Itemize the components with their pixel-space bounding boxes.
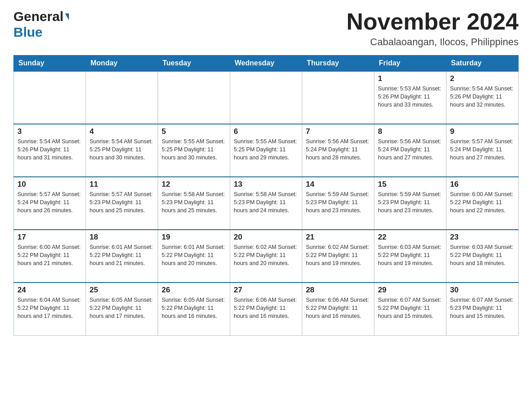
day-number: 14 [306, 180, 370, 189]
calendar-cell: 14Sunrise: 5:59 AM Sunset: 5:23 PM Dayli… [302, 177, 374, 230]
calendar-cell: 30Sunrise: 6:07 AM Sunset: 5:23 PM Dayli… [446, 283, 519, 335]
calendar-cell: 29Sunrise: 6:07 AM Sunset: 5:22 PM Dayli… [374, 283, 446, 335]
day-number: 23 [450, 233, 515, 242]
calendar-cell [230, 71, 302, 124]
weekday-header-saturday: Saturday [446, 56, 519, 72]
day-number: 11 [90, 180, 154, 189]
calendar-cell: 28Sunrise: 6:06 AM Sunset: 5:22 PM Dayli… [302, 283, 374, 335]
calendar-cell: 7Sunrise: 5:56 AM Sunset: 5:24 PM Daylig… [302, 124, 374, 177]
day-info: Sunrise: 5:55 AM Sunset: 5:25 PM Dayligh… [234, 137, 298, 162]
day-info: Sunrise: 5:53 AM Sunset: 5:26 PM Dayligh… [378, 85, 442, 109]
day-info: Sunrise: 6:01 AM Sunset: 5:22 PM Dayligh… [162, 243, 226, 267]
calendar-cell [86, 71, 158, 124]
day-info: Sunrise: 6:01 AM Sunset: 5:22 PM Dayligh… [90, 243, 154, 267]
day-info: Sunrise: 5:59 AM Sunset: 5:23 PM Dayligh… [378, 190, 442, 214]
day-info: Sunrise: 5:54 AM Sunset: 5:26 PM Dayligh… [17, 137, 82, 162]
day-info: Sunrise: 5:57 AM Sunset: 5:24 PM Dayligh… [17, 190, 82, 214]
calendar-cell: 23Sunrise: 6:03 AM Sunset: 5:22 PM Dayli… [446, 230, 519, 283]
day-number: 4 [90, 127, 154, 136]
calendar-cell: 20Sunrise: 6:02 AM Sunset: 5:22 PM Dayli… [230, 230, 302, 283]
weekday-header-wednesday: Wednesday [230, 56, 302, 72]
day-number: 2 [450, 74, 515, 83]
logo-general-text: General [13, 9, 64, 25]
calendar-cell: 13Sunrise: 5:58 AM Sunset: 5:23 PM Dayli… [230, 177, 302, 230]
title-area: November 2024 Cabalaoangan, Ilocos, Phil… [347, 9, 519, 48]
logo: General Blue [13, 9, 69, 40]
day-info: Sunrise: 5:57 AM Sunset: 5:23 PM Dayligh… [90, 190, 154, 214]
day-info: Sunrise: 5:58 AM Sunset: 5:23 PM Dayligh… [234, 190, 298, 214]
day-number: 10 [17, 180, 82, 189]
day-info: Sunrise: 6:07 AM Sunset: 5:23 PM Dayligh… [450, 296, 515, 320]
calendar-week-4: 17Sunrise: 6:00 AM Sunset: 5:22 PM Dayli… [14, 230, 519, 283]
day-number: 3 [17, 127, 82, 136]
location-text: Cabalaoangan, Ilocos, Philippines [347, 36, 519, 48]
calendar-cell: 17Sunrise: 6:00 AM Sunset: 5:22 PM Dayli… [14, 230, 86, 283]
day-info: Sunrise: 5:56 AM Sunset: 5:24 PM Dayligh… [306, 137, 370, 162]
month-title: November 2024 [347, 9, 519, 34]
calendar-cell: 1Sunrise: 5:53 AM Sunset: 5:26 PM Daylig… [374, 71, 446, 124]
day-info: Sunrise: 6:06 AM Sunset: 5:22 PM Dayligh… [306, 296, 370, 320]
calendar-week-3: 10Sunrise: 5:57 AM Sunset: 5:24 PM Dayli… [14, 177, 519, 230]
day-info: Sunrise: 6:04 AM Sunset: 5:22 PM Dayligh… [17, 296, 82, 320]
day-info: Sunrise: 5:56 AM Sunset: 5:24 PM Dayligh… [378, 137, 442, 162]
weekday-header-sunday: Sunday [14, 56, 86, 72]
day-number: 6 [234, 127, 298, 136]
logo-blue-text: Blue [13, 25, 43, 40]
day-info: Sunrise: 5:54 AM Sunset: 5:25 PM Dayligh… [90, 137, 154, 162]
calendar-cell: 26Sunrise: 6:05 AM Sunset: 5:22 PM Dayli… [158, 283, 230, 335]
day-info: Sunrise: 5:54 AM Sunset: 5:26 PM Dayligh… [450, 85, 515, 109]
calendar-cell: 9Sunrise: 5:57 AM Sunset: 5:24 PM Daylig… [446, 124, 519, 177]
day-info: Sunrise: 6:02 AM Sunset: 5:22 PM Dayligh… [234, 243, 298, 267]
day-number: 26 [162, 286, 226, 295]
day-number: 28 [306, 286, 370, 295]
calendar-cell: 10Sunrise: 5:57 AM Sunset: 5:24 PM Dayli… [14, 177, 86, 230]
day-info: Sunrise: 6:05 AM Sunset: 5:22 PM Dayligh… [90, 296, 154, 320]
day-number: 1 [378, 74, 442, 83]
day-info: Sunrise: 6:03 AM Sunset: 5:22 PM Dayligh… [378, 243, 442, 267]
day-info: Sunrise: 6:00 AM Sunset: 5:22 PM Dayligh… [450, 190, 515, 214]
day-number: 27 [234, 286, 298, 295]
day-number: 15 [378, 180, 442, 189]
calendar-week-5: 24Sunrise: 6:04 AM Sunset: 5:22 PM Dayli… [14, 283, 519, 335]
calendar-week-1: 1Sunrise: 5:53 AM Sunset: 5:26 PM Daylig… [14, 71, 519, 124]
day-number: 30 [450, 286, 515, 295]
day-number: 16 [450, 180, 515, 189]
day-info: Sunrise: 6:05 AM Sunset: 5:22 PM Dayligh… [162, 296, 226, 320]
calendar-cell: 4Sunrise: 5:54 AM Sunset: 5:25 PM Daylig… [86, 124, 158, 177]
calendar-cell: 19Sunrise: 6:01 AM Sunset: 5:22 PM Dayli… [158, 230, 230, 283]
day-number: 5 [162, 127, 226, 136]
day-number: 8 [378, 127, 442, 136]
calendar-week-2: 3Sunrise: 5:54 AM Sunset: 5:26 PM Daylig… [14, 124, 519, 177]
calendar-cell: 3Sunrise: 5:54 AM Sunset: 5:26 PM Daylig… [14, 124, 86, 177]
calendar-cell: 24Sunrise: 6:04 AM Sunset: 5:22 PM Dayli… [14, 283, 86, 335]
page-header: General Blue November 2024 Cabalaoangan,… [13, 9, 519, 48]
weekday-header-monday: Monday [86, 56, 158, 72]
calendar-cell: 6Sunrise: 5:55 AM Sunset: 5:25 PM Daylig… [230, 124, 302, 177]
day-info: Sunrise: 5:58 AM Sunset: 5:23 PM Dayligh… [162, 190, 226, 214]
day-number: 9 [450, 127, 515, 136]
day-number: 21 [306, 233, 370, 242]
day-number: 24 [17, 286, 82, 295]
day-info: Sunrise: 6:06 AM Sunset: 5:22 PM Dayligh… [234, 296, 298, 320]
weekday-header-tuesday: Tuesday [158, 56, 230, 72]
day-number: 13 [234, 180, 298, 189]
calendar-cell [14, 71, 86, 124]
weekday-header-thursday: Thursday [302, 56, 374, 72]
day-number: 19 [162, 233, 226, 242]
day-info: Sunrise: 5:55 AM Sunset: 5:25 PM Dayligh… [162, 137, 226, 162]
day-number: 17 [17, 233, 82, 242]
calendar-cell: 27Sunrise: 6:06 AM Sunset: 5:22 PM Dayli… [230, 283, 302, 335]
calendar-table: SundayMondayTuesdayWednesdayThursdayFrid… [13, 55, 519, 336]
day-info: Sunrise: 6:07 AM Sunset: 5:22 PM Dayligh… [378, 296, 442, 320]
calendar-cell: 12Sunrise: 5:58 AM Sunset: 5:23 PM Dayli… [158, 177, 230, 230]
day-number: 20 [234, 233, 298, 242]
calendar-cell: 5Sunrise: 5:55 AM Sunset: 5:25 PM Daylig… [158, 124, 230, 177]
calendar-cell: 22Sunrise: 6:03 AM Sunset: 5:22 PM Dayli… [374, 230, 446, 283]
day-info: Sunrise: 5:59 AM Sunset: 5:23 PM Dayligh… [306, 190, 370, 214]
calendar-cell [158, 71, 230, 124]
day-info: Sunrise: 6:02 AM Sunset: 5:22 PM Dayligh… [306, 243, 370, 267]
day-number: 7 [306, 127, 370, 136]
calendar-cell: 21Sunrise: 6:02 AM Sunset: 5:22 PM Dayli… [302, 230, 374, 283]
weekday-header-friday: Friday [374, 56, 446, 72]
day-info: Sunrise: 5:57 AM Sunset: 5:24 PM Dayligh… [450, 137, 515, 162]
